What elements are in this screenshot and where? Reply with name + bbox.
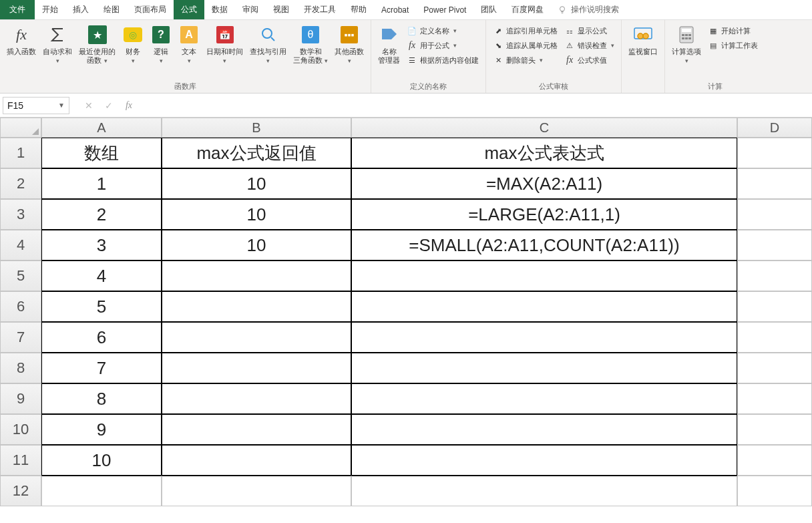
- calculate-now-button[interactable]: ▦开始计算: [705, 24, 761, 37]
- cell-A6[interactable]: 5: [41, 291, 162, 322]
- datetime-button[interactable]: 📅 日期和时间▾: [204, 23, 246, 65]
- menu-formulas[interactable]: 公式: [174, 0, 204, 19]
- cell-B12[interactable]: [162, 476, 351, 506]
- cell-B2[interactable]: 10: [162, 168, 351, 199]
- cell-D12[interactable]: [737, 476, 812, 506]
- row-header-1[interactable]: 1: [0, 138, 41, 168]
- cell-C1[interactable]: max公式表达式: [351, 138, 737, 168]
- cell-D8[interactable]: [737, 353, 812, 383]
- row-header-11[interactable]: 11: [0, 445, 41, 476]
- cell-B1[interactable]: max公式返回值: [162, 138, 351, 168]
- row-header-3[interactable]: 3: [0, 199, 41, 230]
- define-name-button[interactable]: 📄定义名称▾: [404, 24, 481, 37]
- cell-B9[interactable]: [162, 383, 351, 414]
- show-formulas-button[interactable]: ⚏显示公式: [562, 24, 617, 37]
- row-header-9[interactable]: 9: [0, 383, 41, 414]
- row-header-7[interactable]: 7: [0, 322, 41, 353]
- cell-C10[interactable]: [351, 414, 737, 445]
- cell-B3[interactable]: 10: [162, 199, 351, 230]
- cell-D1[interactable]: [737, 138, 812, 168]
- cell-A7[interactable]: 6: [41, 322, 162, 353]
- evaluate-formula-button[interactable]: fx公式求值: [562, 53, 617, 67]
- cell-C8[interactable]: [351, 353, 737, 383]
- col-header-D[interactable]: D: [737, 118, 812, 138]
- cell-B11[interactable]: [162, 445, 351, 476]
- autosum-button[interactable]: 自动求和▾: [40, 23, 75, 65]
- row-header-8[interactable]: 8: [0, 353, 41, 383]
- math-button[interactable]: θ 数学和 三角函数 ▾: [290, 23, 331, 65]
- calculate-sheet-button[interactable]: ▤计算工作表: [705, 39, 761, 52]
- cell-D10[interactable]: [737, 414, 812, 445]
- create-from-selection-button[interactable]: ☰根据所选内容创建: [404, 53, 481, 67]
- cell-A10[interactable]: 9: [41, 414, 162, 445]
- cell-A1[interactable]: 数组: [41, 138, 162, 168]
- cell-D5[interactable]: [737, 260, 812, 291]
- cell-B10[interactable]: [162, 414, 351, 445]
- insert-function-button[interactable]: fx 插入函数: [4, 23, 39, 57]
- col-header-C[interactable]: C: [351, 118, 737, 138]
- remove-arrows-button[interactable]: ✕删除箭头▾: [490, 53, 560, 67]
- menu-powerpivot[interactable]: Power Pivot: [416, 0, 473, 19]
- menu-baidu[interactable]: 百度网盘: [504, 0, 551, 19]
- cell-C9[interactable]: [351, 383, 737, 414]
- cell-D9[interactable]: [737, 383, 812, 414]
- menu-acrobat[interactable]: Acrobat: [374, 0, 416, 19]
- lookup-button[interactable]: 查找与引用▾: [247, 23, 289, 65]
- cell-B6[interactable]: [162, 291, 351, 322]
- cell-D11[interactable]: [737, 445, 812, 476]
- menu-file[interactable]: 文件: [0, 0, 35, 19]
- cell-C2[interactable]: =MAX(A2:A11): [351, 168, 737, 199]
- row-header-6[interactable]: 6: [0, 291, 41, 322]
- cell-B7[interactable]: [162, 322, 351, 353]
- financial-button[interactable]: ◎ 财务▾: [120, 23, 146, 65]
- watch-window-button[interactable]: 监视窗口: [626, 23, 660, 57]
- menu-dev[interactable]: 开发工具: [296, 0, 343, 19]
- cell-A4[interactable]: 3: [41, 230, 162, 260]
- use-in-formula-button[interactable]: fx用于公式▾: [404, 39, 481, 52]
- trace-precedents-button[interactable]: ⬈追踪引用单元格: [490, 24, 560, 37]
- menu-data[interactable]: 数据: [204, 0, 235, 19]
- cell-A3[interactable]: 2: [41, 199, 162, 230]
- tell-me-search[interactable]: 操作说明搜索: [551, 0, 626, 19]
- cell-B8[interactable]: [162, 353, 351, 383]
- cancel-button[interactable]: ✕: [80, 97, 97, 114]
- row-header-5[interactable]: 5: [0, 260, 41, 291]
- cell-B5[interactable]: [162, 260, 351, 291]
- formula-input[interactable]: [140, 97, 809, 114]
- dropdown-icon[interactable]: ▼: [58, 102, 65, 109]
- col-header-B[interactable]: B: [162, 118, 351, 138]
- cell-D4[interactable]: [737, 230, 812, 260]
- menu-page-layout[interactable]: 页面布局: [127, 0, 174, 19]
- menu-view[interactable]: 视图: [266, 0, 296, 19]
- cell-B4[interactable]: 10: [162, 230, 351, 260]
- cell-A11[interactable]: 10: [41, 445, 162, 476]
- cell-A5[interactable]: 4: [41, 260, 162, 291]
- recent-functions-button[interactable]: ★ 最近使用的 函数 ▾: [76, 23, 118, 65]
- error-checking-button[interactable]: ⚠错误检查▾: [562, 39, 617, 52]
- cell-D2[interactable]: [737, 168, 812, 199]
- menu-insert[interactable]: 插入: [65, 0, 96, 19]
- cell-A2[interactable]: 1: [41, 168, 162, 199]
- cell-C12[interactable]: [351, 476, 737, 506]
- cell-A12[interactable]: [41, 476, 162, 506]
- col-header-A[interactable]: A: [41, 118, 162, 138]
- row-header-10[interactable]: 10: [0, 414, 41, 445]
- menu-home[interactable]: 开始: [35, 0, 65, 19]
- logical-button[interactable]: ? 逻辑▾: [148, 23, 174, 65]
- cell-C7[interactable]: [351, 322, 737, 353]
- menu-team[interactable]: 团队: [473, 0, 504, 19]
- menu-help[interactable]: 帮助: [343, 0, 374, 19]
- enter-button[interactable]: ✓: [100, 97, 118, 114]
- cell-C3[interactable]: =LARGE(A2:A11,1): [351, 199, 737, 230]
- text-functions-button[interactable]: A 文本▾: [176, 23, 202, 65]
- other-functions-button[interactable]: ▪▪▪ 其他函数▾: [332, 23, 367, 65]
- name-box[interactable]: F15 ▼: [3, 97, 69, 114]
- cell-D6[interactable]: [737, 291, 812, 322]
- cell-C4[interactable]: =SMALL(A2:A11,COUNT(A2:A11)): [351, 230, 737, 260]
- cell-A9[interactable]: 8: [41, 383, 162, 414]
- row-header-2[interactable]: 2: [0, 168, 41, 199]
- row-header-4[interactable]: 4: [0, 230, 41, 260]
- cell-A8[interactable]: 7: [41, 353, 162, 383]
- cell-C6[interactable]: [351, 291, 737, 322]
- cell-C5[interactable]: [351, 260, 737, 291]
